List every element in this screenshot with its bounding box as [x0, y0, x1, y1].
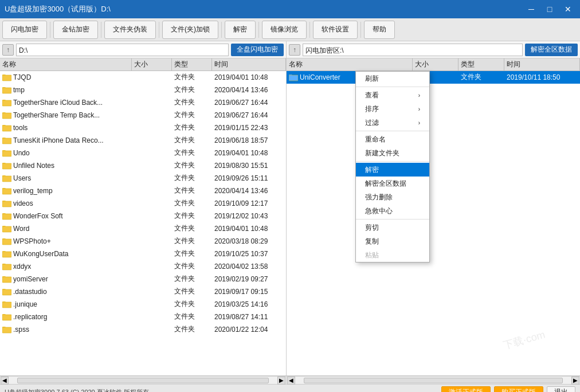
list-item[interactable]: xddyx 文件夹 2020/04/02 13:58	[0, 260, 286, 273]
file-size-cell	[132, 159, 172, 171]
file-size-cell	[132, 96, 172, 108]
list-item[interactable]: TJQD 文件夹 2019/04/01 10:48	[0, 71, 286, 84]
left-col-size: 大小	[132, 58, 172, 70]
ctx-item-force-delete[interactable]: 强力删除	[356, 190, 429, 204]
list-item[interactable]: .datastudio 文件夹 2019/09/17 09:15	[0, 285, 286, 298]
toolbar-btn-decrypt[interactable]: 解密	[225, 21, 256, 39]
file-name-cell: Unfiled Notes	[0, 159, 132, 171]
list-item[interactable]: Unfiled Notes 文件夹 2019/08/30 15:51	[0, 159, 286, 172]
minimize-button[interactable]: ─	[524, 3, 539, 15]
flash-encrypt-all-button[interactable]: 全盘闪电加密	[231, 44, 284, 56]
right-scroll-left[interactable]: ◀	[287, 377, 295, 385]
toolbar-btn-folder-disguise[interactable]: 文件夹伪装	[104, 21, 156, 39]
ctx-item-refresh[interactable]: 刷新	[356, 72, 429, 85]
file-time-cell: 2019/09/26 15:11	[212, 172, 286, 184]
file-name-cell: WonderFox Soft	[0, 210, 132, 222]
toolbar-btn-settings[interactable]: 软件设置	[313, 21, 358, 39]
ctx-item-sort[interactable]: 排序›	[356, 102, 429, 116]
right-scroll-right[interactable]: ▶	[571, 377, 579, 385]
right-path: 闪电加密区:\	[303, 44, 523, 56]
left-address-area: ↑ D:\ 全盘闪电加密	[0, 41, 287, 58]
file-name-cell: Word	[0, 222, 132, 234]
file-type-cell: 文件夹	[172, 248, 212, 260]
left-scroll-right[interactable]: ▶	[277, 377, 285, 385]
file-size-cell	[132, 84, 172, 96]
list-item[interactable]: verilog_temp 文件夹 2020/04/14 13:46	[0, 185, 286, 197]
file-name-cell: verilog_temp	[0, 185, 132, 197]
file-type-cell: 文件夹	[172, 298, 212, 310]
ctx-item-ctx-decrypt-all[interactable]: 解密全区数据	[356, 177, 429, 190]
right-col-time: 时间	[504, 58, 580, 70]
file-name-cell: Undo	[0, 147, 132, 159]
toolbar-btn-mirror-browse[interactable]: 镜像浏览	[262, 21, 307, 39]
file-time-cell: 2020/04/14 13:46	[212, 84, 286, 96]
ctx-item-view[interactable]: 查看›	[356, 88, 429, 102]
list-item[interactable]: yomiServer 文件夹 2019/02/19 09:27	[0, 273, 286, 285]
file-time-cell: 2019/04/01 10:48	[212, 147, 286, 159]
file-size-cell	[132, 121, 172, 134]
file-time-cell: 2019/06/27 16:44	[212, 96, 286, 108]
file-type-cell: 文件夹	[172, 311, 212, 323]
list-item[interactable]: TogetherShare iCloud Back... 文件夹 2019/06…	[0, 96, 286, 109]
list-item[interactable]: UniConverter 文件夹 2019/10/11 18:50	[287, 71, 580, 84]
file-time-cell: 2020/04/14 13:46	[212, 185, 286, 197]
list-item[interactable]: Users 文件夹 2019/09/26 15:11	[0, 172, 286, 185]
list-item[interactable]: Word 文件夹 2019/04/01 10:48	[0, 222, 286, 235]
file-size-cell	[132, 298, 172, 310]
list-item[interactable]: WuKongUserData 文件夹 2019/10/25 10:37	[0, 248, 286, 260]
right-col-name: 名称	[287, 58, 413, 70]
exit-button[interactable]: 退出	[547, 386, 575, 393]
context-menu-separator	[356, 219, 429, 219]
file-type-cell: 文件夹	[172, 197, 212, 209]
left-scroll-track	[17, 378, 269, 383]
list-item[interactable]: WonderFox Soft 文件夹 2019/12/02 10:43	[0, 210, 286, 222]
list-item[interactable]: .junique 文件夹 2019/03/25 14:16	[0, 298, 286, 311]
list-item[interactable]: WPSPhoto+ 文件夹 2020/03/18 08:29	[0, 235, 286, 248]
ctx-item-new-folder[interactable]: 新建文件夹	[356, 146, 429, 160]
list-item[interactable]: tools 文件夹 2019/01/15 22:43	[0, 121, 286, 134]
list-item[interactable]: tmp 文件夹 2020/04/14 13:46	[0, 84, 286, 96]
toolbar-separator	[258, 22, 259, 38]
ctx-item-rename[interactable]: 重命名	[356, 132, 429, 146]
status-copyright: U盘超级加密3000 7.63 (C) 2020 夏冰软件 版权所有	[5, 388, 149, 392]
activate-button[interactable]: 激活正式版	[441, 386, 491, 393]
toolbar-btn-file-lock[interactable]: 文件(夹)加锁	[162, 21, 218, 39]
ctx-item-rescue[interactable]: 急救中心	[356, 204, 429, 218]
toolbar-btn-help[interactable]: 帮助	[364, 21, 395, 39]
maximize-button[interactable]: □	[542, 3, 557, 15]
file-time-cell: 2020/03/18 08:29	[212, 235, 286, 247]
file-time-cell: 2019/06/27 16:44	[212, 109, 286, 121]
file-name-cell: tools	[0, 121, 132, 134]
left-scroll-left[interactable]: ◀	[1, 377, 9, 385]
right-pane: 名称 大小 类型 时间 UniConverter 文件夹 2019/10/11 …	[287, 58, 580, 375]
toolbar-btn-gold-encrypt[interactable]: 金钻加密	[53, 21, 98, 39]
file-type-cell: 文件夹	[172, 323, 212, 335]
file-time-cell: 2019/10/09 12:17	[212, 197, 286, 209]
list-item[interactable]: Undo 文件夹 2019/04/01 10:48	[0, 147, 286, 159]
right-col-size: 大小	[413, 58, 458, 70]
toolbar-btn-flash-encrypt[interactable]: 闪电加密	[2, 21, 47, 39]
list-item[interactable]: .replicatorg 文件夹 2019/08/27 14:11	[0, 311, 286, 323]
right-up-button[interactable]: ↑	[289, 44, 300, 56]
list-item[interactable]: TogetherShare Temp Back... 文件夹 2019/06/2…	[0, 109, 286, 121]
list-item[interactable]: videos 文件夹 2019/10/09 12:17	[0, 197, 286, 210]
ctx-item-filter[interactable]: 过滤›	[356, 116, 429, 130]
file-type-cell: 文件夹	[172, 121, 212, 134]
toolbar: 闪电加密金钻加密文件夹伪装文件(夹)加锁解密镜像浏览软件设置帮助	[0, 18, 580, 41]
ctx-item-cut[interactable]: 剪切	[356, 221, 429, 234]
file-size-cell	[132, 273, 172, 285]
ctx-item-copy[interactable]: 复制	[356, 234, 429, 248]
window-title: U盘超级加密3000（试用版）D:\	[5, 4, 111, 14]
file-name-cell: yomiServer	[0, 273, 132, 285]
file-time-cell: 2019/12/02 10:43	[212, 210, 286, 222]
decrypt-all-button[interactable]: 解密全区数据	[525, 44, 578, 56]
ctx-item-ctx-decrypt[interactable]: 解密	[356, 163, 429, 177]
buy-button[interactable]: 购买正式版	[494, 386, 543, 393]
left-up-button[interactable]: ↑	[2, 44, 14, 56]
list-item[interactable]: TunesKit iPhone Data Reco... 文件夹 2019/06…	[0, 134, 286, 147]
file-size-cell	[132, 222, 172, 234]
toolbar-separator	[101, 22, 101, 38]
file-time-cell: 2019/10/25 10:37	[212, 248, 286, 260]
list-item[interactable]: .spss 文件夹 2020/01/22 12:04	[0, 323, 286, 336]
close-button[interactable]: ✕	[561, 3, 575, 15]
